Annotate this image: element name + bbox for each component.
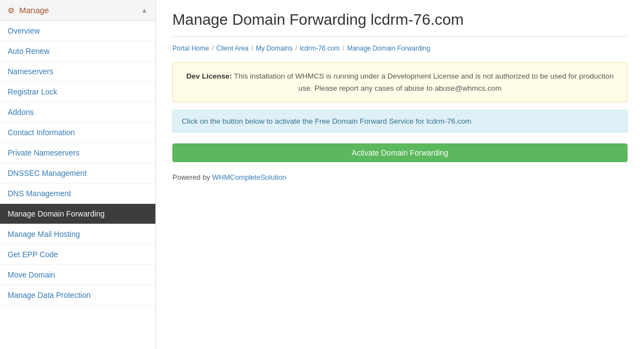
breadcrumb-link-0[interactable]: Portal Home: [172, 45, 209, 52]
sidebar-item-overview[interactable]: Overview: [0, 21, 155, 41]
sidebar-item-manage-domain-forwarding[interactable]: Manage Domain Forwarding: [0, 204, 155, 224]
powered-by: Powered by WHMCompleteSolution: [172, 173, 628, 181]
main-content: Manage Domain Forwarding lcdrm-76.com Po…: [156, 0, 644, 349]
sidebar-item-addons[interactable]: Addons: [0, 102, 155, 123]
sidebar: ⚙ Manage ▲ OverviewAuto RenewNameservers…: [0, 0, 156, 349]
chevron-up-icon: ▲: [141, 7, 148, 14]
powered-by-prefix: Powered by: [172, 173, 212, 181]
breadcrumb-separator: /: [343, 45, 344, 52]
activate-info-text: Click on the button below to activate th…: [182, 117, 471, 125]
breadcrumb-link-1[interactable]: Client Area: [216, 45, 249, 52]
sidebar-item-nameservers[interactable]: Nameservers: [0, 62, 155, 82]
breadcrumb: Portal Home/Client Area/My Domains/lcdrm…: [172, 45, 628, 52]
breadcrumb-separator: /: [251, 45, 253, 52]
breadcrumb-separator: /: [295, 45, 297, 52]
breadcrumb-current: Manage Domain Forwarding: [347, 45, 430, 52]
sidebar-item-manage-mail-hosting[interactable]: Manage Mail Hosting: [0, 224, 155, 245]
sidebar-item-dnssec-management[interactable]: DNSSEC Management: [0, 163, 155, 184]
sidebar-item-get-epp-code[interactable]: Get EPP Code: [0, 245, 155, 265]
powered-by-link[interactable]: WHMCompleteSolution: [212, 173, 286, 181]
sidebar-nav: OverviewAuto RenewNameserversRegistrar L…: [0, 21, 155, 306]
gear-icon: ⚙: [8, 6, 15, 15]
sidebar-item-move-domain[interactable]: Move Domain: [0, 265, 155, 285]
sidebar-item-manage-data-protection[interactable]: Manage Data Protection: [0, 285, 155, 306]
breadcrumb-link-2[interactable]: My Domains: [256, 45, 293, 52]
dev-license-text: This installation of WHMCS is running un…: [234, 72, 614, 92]
dev-license-label: Dev License:: [186, 72, 232, 80]
sidebar-manage-label: Manage: [19, 5, 49, 15]
sidebar-item-dns-management[interactable]: DNS Management: [0, 184, 155, 204]
sidebar-item-registrar-lock[interactable]: Registrar Lock: [0, 82, 155, 102]
sidebar-item-auto-renew[interactable]: Auto Renew: [0, 41, 155, 62]
sidebar-item-private-nameservers[interactable]: Private Nameservers: [0, 143, 155, 163]
page-title: Manage Domain Forwarding lcdrm-76.com: [172, 11, 628, 37]
sidebar-header: ⚙ Manage ▲: [0, 0, 155, 21]
sidebar-header-title: ⚙ Manage: [8, 5, 49, 15]
breadcrumb-separator: /: [212, 45, 214, 52]
activate-domain-forwarding-button[interactable]: Activate Domain Forwarding: [172, 143, 628, 162]
breadcrumb-link-3[interactable]: lcdrm-76.com: [300, 45, 340, 52]
dev-license-warning: Dev License: This installation of WHMCS …: [172, 62, 628, 102]
activate-info-banner: Click on the button below to activate th…: [172, 110, 628, 132]
sidebar-item-contact-information[interactable]: Contact Information: [0, 123, 155, 143]
